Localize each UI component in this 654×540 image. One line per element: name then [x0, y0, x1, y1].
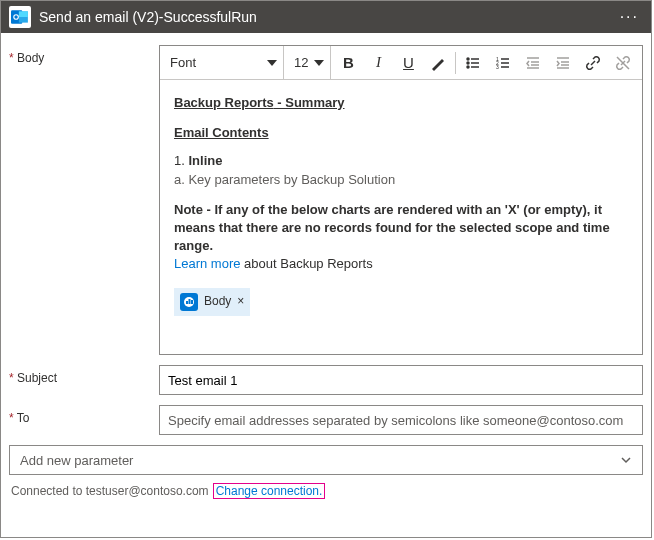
bold-button[interactable]: B — [335, 50, 361, 76]
editor-content[interactable]: Backup Reports - Summary Email Contents … — [160, 80, 642, 354]
title-rest: - Summary — [274, 95, 345, 110]
caret-down-icon — [314, 60, 324, 66]
more-menu-icon[interactable]: ··· — [616, 8, 643, 26]
underline-button[interactable]: U — [395, 50, 421, 76]
subject-label: Subject — [9, 365, 159, 395]
svg-rect-28 — [189, 299, 191, 304]
connection-footer: Connected to testuser@contoso.com Change… — [9, 481, 643, 503]
note-paragraph: Note - If any of the below charts are re… — [174, 201, 628, 256]
unlink-button[interactable] — [610, 50, 636, 76]
doc-subheading: Email Contents — [174, 124, 628, 142]
svg-text:3: 3 — [496, 64, 499, 70]
to-label: To — [9, 405, 159, 435]
change-connection-highlight: Change connection. — [213, 483, 326, 499]
subject-row: Subject — [9, 365, 643, 395]
body-label: Body — [9, 45, 159, 355]
connected-to-text: Connected to testuser@contoso.com — [11, 484, 209, 498]
svg-rect-27 — [186, 301, 188, 304]
subject-input[interactable] — [159, 365, 643, 395]
chip-remove-icon[interactable]: × — [237, 293, 244, 310]
title-link: Backup Reports — [174, 95, 274, 110]
card-body: Body Font 12 B I U — [1, 33, 651, 537]
svg-point-4 — [14, 15, 17, 18]
svg-point-5 — [467, 58, 469, 60]
card-header[interactable]: Send an email (V2)-SuccessfulRun ··· — [1, 1, 651, 33]
size-label: 12 — [294, 55, 308, 70]
chevron-down-icon — [620, 454, 632, 466]
font-select[interactable]: Font — [164, 46, 284, 79]
outlook-icon — [9, 6, 31, 28]
to-row: To — [9, 405, 643, 435]
editor-toolbar: Font 12 B I U — [160, 46, 642, 80]
doc-title: Backup Reports - Summary — [174, 94, 628, 112]
note-text: - If any of the below charts are rendere… — [174, 202, 610, 253]
outdent-button[interactable] — [520, 50, 546, 76]
body-row: Body Font 12 B I U — [9, 45, 643, 355]
learn-more-line: Learn more about Backup Reports — [174, 255, 628, 273]
font-color-button[interactable] — [425, 50, 451, 76]
email-action-card: Send an email (V2)-SuccessfulRun ··· Bod… — [0, 0, 652, 538]
svg-rect-2 — [19, 11, 28, 17]
dynamic-content-chip[interactable]: Body × — [174, 288, 250, 316]
font-label: Font — [170, 55, 196, 70]
note-label: Note — [174, 202, 203, 217]
bullet-list-button[interactable] — [460, 50, 486, 76]
change-connection-link[interactable]: Change connection. — [216, 484, 323, 498]
svg-point-7 — [467, 62, 469, 64]
indent-button[interactable] — [550, 50, 576, 76]
item1-num: 1. — [174, 153, 188, 168]
svg-point-9 — [467, 66, 469, 68]
font-size-select[interactable]: 12 — [288, 46, 331, 79]
toolbar-separator — [455, 52, 456, 74]
svg-rect-29 — [191, 300, 193, 304]
link-button[interactable] — [580, 50, 606, 76]
card-title: Send an email (V2)-SuccessfulRun — [39, 9, 616, 25]
add-parameter-select[interactable]: Add new parameter — [9, 445, 643, 475]
item1-text: Inline — [188, 153, 222, 168]
to-input[interactable] — [159, 405, 643, 435]
add-parameter-row: Add new parameter — [9, 445, 643, 475]
caret-down-icon — [267, 60, 277, 66]
italic-button[interactable]: I — [365, 50, 391, 76]
list-item-1: 1. Inline — [174, 152, 628, 170]
learn-rest: about Backup Reports — [240, 256, 372, 271]
add-parameter-label: Add new parameter — [20, 453, 133, 468]
body-editor: Font 12 B I U — [159, 45, 643, 355]
list-item-1a: a. Key parameters by Backup Solution — [174, 171, 628, 189]
chip-label: Body — [204, 293, 231, 310]
number-list-button[interactable]: 123 — [490, 50, 516, 76]
learn-more-link[interactable]: Learn more — [174, 256, 240, 271]
dynamic-content-icon — [180, 293, 198, 311]
